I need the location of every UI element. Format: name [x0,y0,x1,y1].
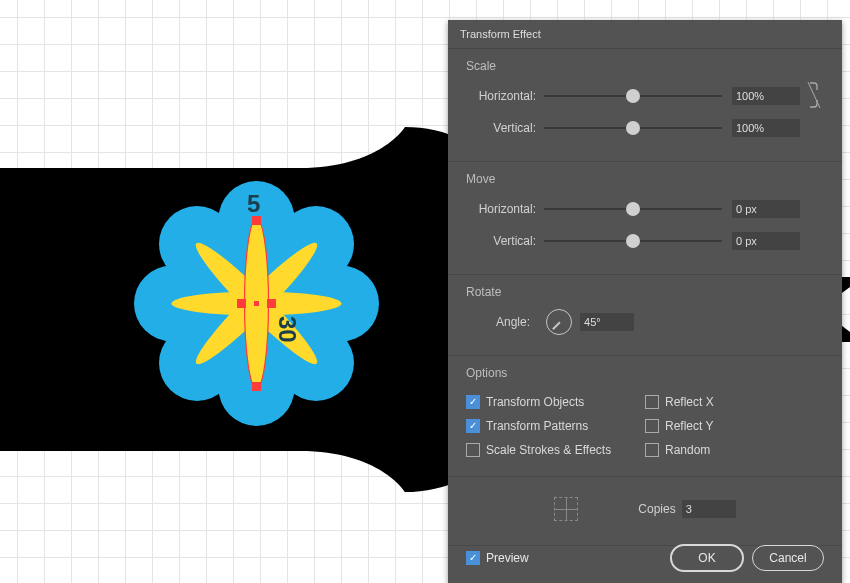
section-rotate: Rotate Angle: 45° [448,275,842,356]
cancel-button[interactable]: Cancel [752,545,824,571]
scale-horizontal-slider[interactable] [544,88,722,104]
checkbox-icon[interactable] [645,419,659,433]
move-horizontal-value[interactable]: 0 px [732,200,800,218]
checkbox-icon[interactable] [645,443,659,457]
svg-rect-14 [252,216,261,225]
opt-label: Reflect X [665,395,714,409]
scale-vertical-slider[interactable] [544,120,722,136]
opt-label: Scale Strokes & Effects [486,443,611,457]
scale-horizontal-label: Horizontal: [466,89,536,103]
options-heading: Options [466,366,824,380]
svg-rect-15 [252,382,261,391]
section-scale: Scale Horizontal: 100% Vertical: 100% [448,49,842,162]
dialog-title: Transform Effect [448,20,842,49]
checkbox-icon[interactable] [466,443,480,457]
scale-horizontal-value[interactable]: 100% [732,87,800,105]
checkbox-icon[interactable] [466,419,480,433]
svg-rect-18 [254,301,259,306]
transform-effect-dialog: Transform Effect Scale Horizontal: 100% … [448,20,842,583]
opt-random[interactable]: Random [645,438,824,462]
opt-transform-patterns[interactable]: Transform Patterns [466,414,645,438]
flower-artwork[interactable]: 5 30 [129,176,384,431]
move-vertical-slider[interactable] [544,233,722,249]
svg-rect-16 [237,299,246,308]
opt-label: Reflect Y [665,419,713,433]
ok-button[interactable]: OK [670,544,744,572]
move-horizontal-slider[interactable] [544,201,722,217]
rotate-dial[interactable] [546,309,572,335]
reference-point-icon[interactable] [554,497,578,521]
opt-label: Transform Patterns [486,419,588,433]
opt-reflect-x[interactable]: Reflect X [645,390,824,414]
move-horizontal-label: Horizontal: [466,202,536,216]
checkbox-icon[interactable] [645,395,659,409]
copies-label: Copies [638,502,675,516]
checkbox-icon[interactable] [466,395,480,409]
svg-rect-17 [267,299,276,308]
opt-transform-objects[interactable]: Transform Objects [466,390,645,414]
copies-value[interactable]: 3 [682,500,736,518]
move-vertical-label: Vertical: [466,234,536,248]
section-move: Move Horizontal: 0 px Vertical: 0 px [448,162,842,275]
svg-line-19 [808,82,820,108]
link-icon[interactable] [806,80,824,113]
dialog-footer: Preview OK Cancel [448,532,842,583]
annotation-right: 30 [274,316,301,343]
section-options: Options Transform Objects Reflect X Tran… [448,356,842,477]
move-heading: Move [466,172,824,186]
annotation-top: 5 [247,190,260,217]
preview-label: Preview [486,551,529,565]
scale-heading: Scale [466,59,824,73]
opt-label: Transform Objects [486,395,584,409]
scale-vertical-value[interactable]: 100% [732,119,800,137]
opt-scale-strokes[interactable]: Scale Strokes & Effects [466,438,645,462]
rotate-heading: Rotate [466,285,824,299]
rotate-angle-label: Angle: [496,315,530,329]
scale-vertical-label: Vertical: [466,121,536,135]
rotate-angle-value[interactable]: 45° [580,313,634,331]
checkbox-icon[interactable] [466,551,480,565]
opt-label: Random [665,443,710,457]
preview-checkbox[interactable]: Preview [466,551,529,565]
move-vertical-value[interactable]: 0 px [732,232,800,250]
opt-reflect-y[interactable]: Reflect Y [645,414,824,438]
